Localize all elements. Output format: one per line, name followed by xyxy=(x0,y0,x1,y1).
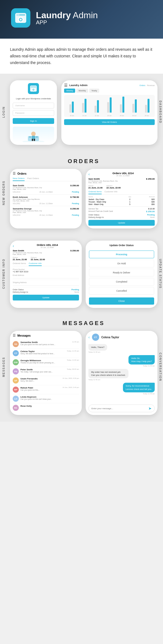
customer-section-label: CUSTOMER INFO xyxy=(2,259,5,290)
msg-time: Today, 11:00 am xyxy=(67,359,79,362)
messages-section-label: MESSAGES xyxy=(2,357,5,378)
cust-delivery-assign-label: Delivery Assign to xyxy=(13,291,28,293)
tab-monthly[interactable]: Monthly xyxy=(76,89,88,93)
dashboard-hamburger-icon[interactable]: ☰ xyxy=(64,83,68,87)
tab-ordered-items[interactable]: Ordered Items xyxy=(88,190,102,194)
orders-section: NEW ORDERS ORDERS ☰ Orders New Orders Pa… xyxy=(0,151,163,235)
order-amount: $ 790.50 xyxy=(70,196,79,202)
item-name: Shirt - Wash Only xyxy=(88,203,122,205)
message-item[interactable]: GW Gerogia Williamson Today, 11:00 am Th… xyxy=(13,358,79,367)
msg-name: Celena Taylor xyxy=(20,350,35,353)
app-logo xyxy=(11,8,30,28)
cust-customer-name: Sam Smith xyxy=(13,249,43,252)
order-status-label: Order Status xyxy=(88,214,99,216)
delivery-assign-value: None xyxy=(150,216,155,218)
tab-past-orders[interactable]: Past Orders xyxy=(27,177,39,181)
order-status: Pending xyxy=(72,191,79,193)
order-address: 177 Brodvent Cirle, Business Back, City … xyxy=(13,210,43,213)
chat-time: Today 11:40 am xyxy=(143,393,155,395)
close-button[interactable]: Close xyxy=(89,297,154,305)
tab-yearly[interactable]: Yearly xyxy=(89,89,99,93)
messages-hamburger-icon[interactable]: ☰ xyxy=(13,334,16,337)
status-option-on-hold[interactable]: On Hold xyxy=(89,260,154,267)
status-option-completed[interactable]: Completed xyxy=(89,278,154,286)
order-customer-amount: $ 250.00 xyxy=(146,178,155,183)
cust-pickup-value: 21 June, 21:00 xyxy=(13,258,27,261)
order-info-title: Orders UDL 2214 xyxy=(91,172,155,175)
svg-rect-16 xyxy=(32,139,33,141)
signin-button[interactable]: Sign In xyxy=(13,118,54,124)
customer-info-date: 20 Jun, 11:30am xyxy=(16,246,79,248)
item-name: Jacket - Dry Clean xyxy=(88,198,122,200)
message-item[interactable]: PS Peter Smith Today, 09:00 am Yes reall… xyxy=(13,367,79,376)
messages-screen-title: Messages xyxy=(17,334,31,337)
col-name-header: Name xyxy=(88,196,122,198)
chat-input[interactable] xyxy=(91,407,146,410)
message-item[interactable]: LH Linda Hopeson Can you quick me this c… xyxy=(13,394,79,403)
update-status-phone: Update Order Status Procesing On Hold Re… xyxy=(86,241,157,308)
dashboard-orders-tab[interactable]: Orders Revenue xyxy=(140,84,155,86)
chat-message-received: Hello, There? Today 11:40 am xyxy=(88,344,155,353)
chat-input-row[interactable]: ➤ xyxy=(88,405,155,412)
customer-back-icon[interactable]: ‹ xyxy=(13,244,14,248)
status-option-processing[interactable]: Procesing xyxy=(89,251,154,258)
update-button[interactable]: Update xyxy=(88,220,155,226)
tab-customer-info-active[interactable]: Customer info xyxy=(29,262,42,266)
cust-customer-amount: $ 250.00 xyxy=(70,249,79,255)
message-item[interactable]: SS Samantha Smith 11:45 am Can you quick… xyxy=(13,340,79,349)
chat-time: Today 11:40 am xyxy=(88,351,100,353)
password-field[interactable]: Password xyxy=(13,110,54,116)
send-icon[interactable]: ➤ xyxy=(148,406,152,411)
order-id: UDL2214 xyxy=(13,214,20,216)
app-header: Laundry Admin APP xyxy=(0,0,163,39)
svg-point-5 xyxy=(18,14,19,15)
delivery-value: 22 June, 22:00 xyxy=(106,187,120,189)
conv-avatar: CT xyxy=(92,334,99,341)
cust-update-button[interactable]: Update xyxy=(13,295,79,300)
msg-avatar: RK xyxy=(13,405,19,411)
conversation-phone: ‹ CT Celena Taylor Hello, There? Today 1… xyxy=(86,331,157,415)
svg-rect-14 xyxy=(29,137,31,137)
login-phone: Login with your Wordpress credentials Us… xyxy=(10,80,57,145)
tab-new-orders[interactable]: New Orders xyxy=(13,177,25,181)
item-amount: $20 xyxy=(138,198,155,200)
order-info-back-icon[interactable]: ‹ xyxy=(88,172,90,176)
tab-ordered-items-link[interactable]: Ordered Items xyxy=(13,262,26,266)
order-customer-name: Sam Smith xyxy=(88,178,119,180)
order-item[interactable]: Samantha George 177 Brodvent Cirle, Busi… xyxy=(13,206,79,217)
message-item[interactable]: UF Usain Fernandis 14 Jun, 2020, 9:30 pm… xyxy=(13,376,79,385)
order-date: 20 Jun, 11:30am xyxy=(40,203,53,204)
msg-time: 14 Jun, 2020, 9:30 pm xyxy=(62,377,79,380)
message-item[interactable]: RK Rose Kelly xyxy=(13,403,79,412)
dashboard-phone: ☰ Laundry Admin Orders Revenue Weekly Mo… xyxy=(61,80,157,145)
conv-back-icon[interactable]: ‹ xyxy=(88,335,90,339)
message-item[interactable]: RP Rahuk Patel 14 Jun, 2020, 5:40 pm Can… xyxy=(13,385,79,394)
order-name: Emili Johnson xyxy=(13,196,43,198)
msg-name: Rahuk Patel xyxy=(20,387,33,389)
total-label: Amount Paid via Credit Card xyxy=(88,210,113,213)
messages-section-title: MESSAGES xyxy=(10,320,157,326)
chat-message-received: My order has not received yet. Can you c… xyxy=(88,369,155,380)
order-status: Pending xyxy=(72,203,79,204)
status-option-ready[interactable]: Ready to Deliver xyxy=(89,269,154,276)
order-item[interactable]: Emili Johnson 411, Amatra Tower, New Jog… xyxy=(13,195,79,206)
messages-list-phone: ☰ Messages SS Samantha Smith 11:45 am xyxy=(10,331,82,415)
tab-customer-info-link[interactable]: Customer Info xyxy=(104,190,117,194)
order-info-date: 20 Jun, 11:30am xyxy=(91,175,155,177)
msg-avatar: LH xyxy=(13,396,19,402)
col-amount-header: Amount xyxy=(138,196,155,198)
order-date: 20 Jun, 11:30am xyxy=(40,214,53,216)
update-status-label: UPDATE STATUS xyxy=(159,259,162,290)
app-description: Laundry Admin app allows admin to manage… xyxy=(0,39,163,74)
status-option-cancelled[interactable]: Cancelled xyxy=(89,287,154,295)
ordered-items-table: Name Qty Amount Jacket - Dry Clean 2 $20… xyxy=(88,196,155,205)
message-item[interactable]: CT Celena Taylor Today, 11:45 am Sorry, … xyxy=(13,349,79,358)
orders-screen-title: Orders xyxy=(17,172,27,175)
order-item[interactable]: Sam Smith 177 Brodvent Cirle, Business B… xyxy=(13,183,79,195)
tab-weekly[interactable]: Weekly xyxy=(64,89,75,93)
chat-message-sent: Hello Sir, How may I help you? Today 11:… xyxy=(88,355,155,367)
app-title: Laundry Admin xyxy=(36,10,98,20)
username-field[interactable]: Username xyxy=(13,103,54,108)
orders-hamburger-icon[interactable]: ☰ xyxy=(13,172,16,175)
view-all-orders-button[interactable]: View All Orders xyxy=(64,119,155,125)
